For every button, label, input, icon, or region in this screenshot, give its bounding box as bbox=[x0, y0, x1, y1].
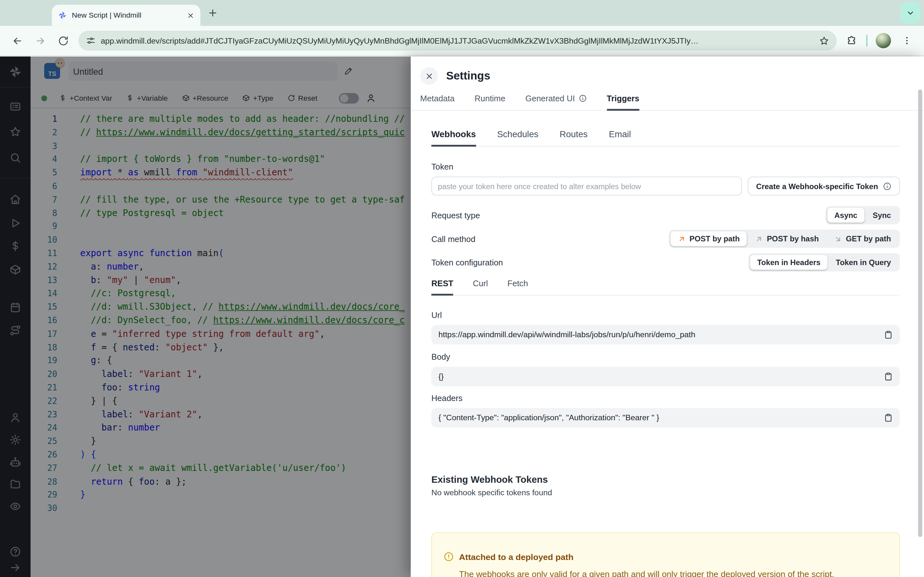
add-type-button[interactable]: +Type bbox=[242, 94, 273, 102]
script-name-input[interactable]: Untitled bbox=[68, 62, 337, 81]
tab-metadata[interactable]: Metadata bbox=[420, 93, 455, 110]
panel-scrollbar[interactable] bbox=[918, 89, 922, 537]
browser-chrome: New Script | Windmill app.windmill.dev/s… bbox=[0, 0, 924, 56]
copy-body-icon[interactable] bbox=[884, 372, 893, 381]
code-editor[interactable]: 1// there are multiple modes to add as h… bbox=[31, 108, 411, 515]
search-icon[interactable] bbox=[9, 152, 21, 164]
reload-button[interactable] bbox=[58, 35, 69, 46]
tab-rest[interactable]: REST bbox=[431, 279, 453, 295]
body-field[interactable]: {} bbox=[431, 367, 900, 386]
extensions-icon[interactable] bbox=[846, 35, 857, 46]
code-line: 10 bbox=[31, 234, 411, 247]
new-tab-button[interactable] bbox=[208, 8, 218, 18]
settings-tabs: MetadataRuntimeGenerated UITriggers bbox=[411, 93, 924, 111]
profile-avatar[interactable] bbox=[876, 33, 891, 48]
editor-toolbar: +Context Var+Variable+Resource+TypeReset bbox=[31, 89, 411, 108]
tab-strip: New Script | Windmill bbox=[0, 0, 924, 26]
tab-overflow-chevron-button[interactable] bbox=[901, 2, 921, 23]
windmill-favicon-icon bbox=[58, 11, 67, 20]
tab-routes[interactable]: Routes bbox=[559, 129, 588, 146]
tab-runtime[interactable]: Runtime bbox=[475, 93, 505, 110]
webhook-url-field[interactable]: https://app.windmill.dev/api/w/windmill-… bbox=[431, 325, 900, 345]
call-method-label: Call method bbox=[431, 234, 475, 243]
reset-button[interactable]: Reset bbox=[288, 94, 317, 102]
app-window: TS Untitled +Context Var+Variable+Resour… bbox=[0, 56, 924, 577]
add-context-var-button[interactable]: +Context Var bbox=[59, 94, 112, 102]
variables-icon[interactable] bbox=[9, 240, 21, 252]
audit-logs-icon[interactable] bbox=[9, 500, 21, 512]
resources-icon[interactable] bbox=[9, 264, 21, 276]
url-bar[interactable]: app.windmill.dev/scripts/add#JTdCJTIyaGF… bbox=[78, 31, 837, 51]
option-post-by-hash[interactable]: POST by hash bbox=[748, 231, 826, 246]
browser-tab[interactable]: New Script | Windmill bbox=[52, 5, 200, 26]
forward-button[interactable] bbox=[35, 35, 46, 46]
headers-field[interactable]: { "Content-Type": "application/json", "A… bbox=[431, 408, 900, 428]
code-line: 19 g: { bbox=[31, 354, 411, 367]
schedules-icon[interactable] bbox=[9, 301, 21, 313]
option-token-in-query[interactable]: Token in Query bbox=[829, 255, 898, 269]
add-resource-button[interactable]: +Resource bbox=[182, 94, 228, 102]
code-line: 18 f = { nested: "object" }, bbox=[31, 341, 411, 354]
expand-sidebar-icon[interactable] bbox=[9, 562, 21, 574]
tab-generated-ui[interactable]: Generated UI bbox=[525, 93, 586, 110]
ai-bot-icon[interactable] bbox=[9, 456, 21, 468]
edit-name-pencil-icon[interactable] bbox=[344, 66, 354, 75]
existing-webhook-tokens-empty: No webhook specific tokens found bbox=[431, 488, 900, 497]
create-webhook-token-button[interactable]: Create a Webhook-specific Token bbox=[748, 177, 900, 195]
upRight-arrow-icon bbox=[678, 235, 686, 243]
box-icon bbox=[242, 94, 250, 102]
code-line: 25 } bbox=[31, 435, 411, 448]
settings-icon[interactable] bbox=[9, 434, 21, 446]
workspace-icon[interactable] bbox=[9, 101, 21, 113]
favorites-icon[interactable] bbox=[9, 126, 21, 138]
tab-fetch[interactable]: Fetch bbox=[507, 279, 528, 295]
token-configuration-label: Token configuration bbox=[431, 258, 503, 267]
downRight-arrow-icon bbox=[834, 235, 843, 243]
user-avatar bbox=[55, 59, 65, 68]
option-post-by-path[interactable]: POST by path bbox=[670, 231, 746, 246]
request-type-label: Request type bbox=[431, 211, 480, 220]
code-line: 8// type Postgresql = object bbox=[31, 206, 411, 220]
option-get-by-path[interactable]: GET by path bbox=[827, 231, 898, 246]
copy-headers-icon[interactable] bbox=[884, 413, 893, 422]
tab-webhooks[interactable]: Webhooks bbox=[431, 129, 476, 146]
toolbar-separator bbox=[866, 35, 867, 47]
code-line: 22 } | { bbox=[31, 394, 411, 408]
folders-icon[interactable] bbox=[9, 478, 21, 490]
tab-email[interactable]: Email bbox=[609, 129, 631, 146]
browser-menu-icon[interactable] bbox=[901, 35, 912, 46]
rotate-icon bbox=[288, 94, 295, 102]
add-variable-button[interactable]: +Variable bbox=[126, 94, 168, 102]
language-badge-label: TS bbox=[48, 70, 57, 77]
url-text: app.windmill.dev/scripts/add#JTdCJTIyaGF… bbox=[101, 36, 814, 45]
token-input[interactable]: paste your token here once created to al… bbox=[431, 177, 742, 195]
back-button[interactable] bbox=[12, 35, 23, 46]
site-settings-icon[interactable] bbox=[86, 36, 95, 45]
code-line: 5import * as wmill from "windmill-client… bbox=[31, 166, 411, 179]
bookmark-star-icon[interactable] bbox=[819, 35, 829, 45]
editor-toggle[interactable] bbox=[338, 93, 359, 103]
help-icon[interactable] bbox=[9, 546, 21, 558]
tab-triggers[interactable]: Triggers bbox=[607, 93, 639, 110]
option-token-in-headers[interactable]: Token in Headers bbox=[750, 255, 827, 269]
close-settings-button[interactable] bbox=[420, 67, 438, 85]
option-async[interactable]: Async bbox=[827, 208, 865, 222]
option-sync[interactable]: Sync bbox=[866, 208, 898, 222]
runs-icon[interactable] bbox=[9, 218, 21, 229]
users-icon[interactable] bbox=[9, 412, 21, 424]
copy-url-icon[interactable] bbox=[884, 330, 893, 339]
editor-header: TS Untitled bbox=[31, 56, 411, 88]
home-icon[interactable] bbox=[9, 193, 21, 205]
screen: New Script | Windmill app.windmill.dev/s… bbox=[0, 0, 924, 577]
code-line: 16 //d: DynSelect_foo, // https://www.wi… bbox=[31, 314, 411, 327]
tab-close-icon[interactable] bbox=[187, 11, 194, 19]
code-line: 28 return { foo: a }; bbox=[31, 475, 411, 488]
editor-status-dot bbox=[41, 95, 47, 101]
app-sidebar bbox=[0, 56, 31, 577]
tab-curl[interactable]: Curl bbox=[473, 279, 488, 295]
routes-icon[interactable] bbox=[9, 324, 21, 336]
tab-schedules[interactable]: Schedules bbox=[497, 129, 538, 146]
chevron-down-icon bbox=[906, 8, 915, 18]
settings-title: Settings bbox=[446, 69, 490, 82]
person-icon[interactable] bbox=[366, 93, 376, 103]
